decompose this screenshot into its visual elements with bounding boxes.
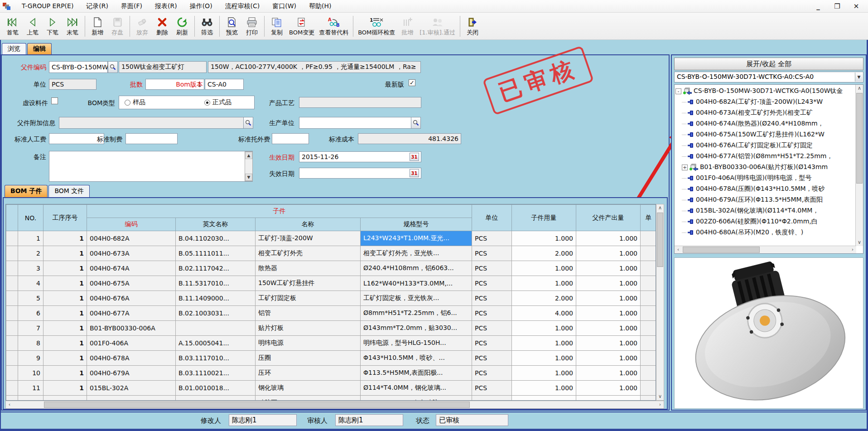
- bom-tab-0[interactable]: BOM 子件: [5, 185, 48, 198]
- cell-name[interactable]: 压圈: [256, 351, 361, 366]
- cell-out[interactable]: 1.000: [576, 321, 641, 336]
- col-spec[interactable]: 规格型号: [361, 218, 472, 231]
- cell-en-name[interactable]: B.02.1117042...: [176, 261, 256, 276]
- row-selector[interactable]: [6, 291, 18, 306]
- menu-item-1[interactable]: 记录(R): [80, 0, 115, 12]
- cell-out[interactable]: 1.000: [576, 381, 641, 396]
- cell-en-name[interactable]: B.12.0540000...: [176, 396, 256, 401]
- cell-no[interactable]: 9: [18, 351, 43, 366]
- tree-item[interactable]: ┈┈ 004H0-678A(压圈)(Φ143*H10.5MM，喷砂: [675, 184, 849, 194]
- minimize-button[interactable]: _: [814, 2, 823, 10]
- cell-spec[interactable]: Ø8mm*H51*T2.25mm，铝6...: [361, 306, 472, 321]
- cell-extra[interactable]: [641, 276, 656, 291]
- prod-unit-input[interactable]: [299, 117, 411, 129]
- col-unit[interactable]: 单位: [472, 205, 512, 231]
- cell-out[interactable]: 1.000: [576, 396, 641, 401]
- cell-code[interactable]: 015BL-302A: [87, 381, 176, 396]
- toolbar-button-close[interactable]: 关闭: [463, 14, 482, 39]
- cell-extra[interactable]: [641, 306, 656, 321]
- exp-date-calendar-button[interactable]: 31: [410, 169, 419, 177]
- toolbar-button-bom-loop[interactable]: 1 BOM循环检查: [356, 14, 397, 39]
- row-selector[interactable]: [6, 351, 18, 366]
- grid-horizontal-scrollbar[interactable]: ‹ ›: [5, 401, 664, 409]
- cell-spec[interactable]: Φ110*Φ2.0mm,白色硅胶...: [361, 396, 472, 401]
- cell-no[interactable]: 8: [18, 336, 43, 351]
- cell-extra[interactable]: [641, 336, 656, 351]
- remark-scrollbar[interactable]: ▲ ▼: [245, 151, 253, 181]
- cell-seq[interactable]: 1: [43, 261, 87, 276]
- row-selector[interactable]: [6, 396, 18, 401]
- eff-date-calendar-button[interactable]: 31: [410, 153, 419, 161]
- cell-extra[interactable]: [641, 396, 656, 401]
- cell-unit[interactable]: PCS: [472, 246, 512, 261]
- restore-button[interactable]: ❐: [833, 2, 842, 10]
- toolbar-button-bom-change[interactable]: BOM变更: [287, 14, 317, 39]
- cell-no[interactable]: 5: [18, 291, 43, 306]
- col-extra[interactable]: 单: [641, 205, 656, 231]
- cell-qty[interactable]: 1.000: [512, 261, 576, 276]
- grid-vscroll-thumb[interactable]: [657, 213, 663, 267]
- col-name[interactable]: 名称: [256, 218, 361, 231]
- bom-version-input[interactable]: CS-A0: [205, 79, 244, 90]
- col-qty[interactable]: 子件用量: [512, 205, 576, 231]
- cell-name[interactable]: 相变工矿灯外壳: [256, 246, 361, 261]
- cell-spec[interactable]: Ø114*T4.0MM，钢化玻璃...: [361, 381, 472, 396]
- grid-hscroll-thumb[interactable]: [44, 402, 470, 408]
- cell-out[interactable]: 1.000: [576, 351, 641, 366]
- cell-no[interactable]: 6: [18, 306, 43, 321]
- dropdown-arrow-icon[interactable]: ▼: [855, 73, 863, 82]
- latest-version-checkbox[interactable]: ✓: [409, 79, 415, 86]
- tree-item[interactable]: ┈┈ 002Z0-606A(硅胶圈)(Φ110*Φ2.0mm,白: [675, 216, 849, 227]
- tree-scroll-up-icon[interactable]: ∧: [856, 85, 863, 92]
- cell-unit[interactable]: PCS: [472, 261, 512, 276]
- parent-code-input[interactable]: CS-BYB-O-150MW-3: [49, 61, 108, 73]
- cell-qty[interactable]: 1.000: [512, 336, 576, 351]
- toolbar-button-nav-next[interactable]: 下笔: [43, 14, 63, 39]
- cell-qty[interactable]: 1.000: [512, 276, 576, 291]
- cell-name[interactable]: 贴片灯板: [256, 321, 361, 336]
- cell-code[interactable]: B01-BYB00330-006A: [87, 321, 176, 336]
- grid-scroll-down-icon[interactable]: ∨: [656, 393, 664, 400]
- cell-seq[interactable]: 1: [43, 366, 87, 381]
- parent-code-lookup-button[interactable]: [108, 61, 118, 73]
- tree-item[interactable]: ┈┈ 004H0-674A(散热器)(Ø240.4*H108mm，: [675, 118, 849, 129]
- col-seq[interactable]: 工序序号: [43, 205, 87, 231]
- row-selector[interactable]: [6, 276, 18, 291]
- cell-unit[interactable]: PCS: [472, 321, 512, 336]
- tree-item[interactable]: ┈┈ 004H0-682A(工矿灯-顶盖-200W)(L243*W: [675, 97, 849, 107]
- cell-code[interactable]: 004H0-679A: [87, 366, 176, 381]
- cell-qty[interactable]: 1.000: [512, 231, 576, 246]
- cell-extra[interactable]: [641, 366, 656, 381]
- cell-name[interactable]: 明纬电源: [256, 336, 361, 351]
- cell-seq[interactable]: 1: [43, 231, 87, 246]
- cell-en-name[interactable]: B.01.0010018...: [176, 381, 256, 396]
- cell-qty[interactable]: 2.000: [512, 246, 576, 261]
- cell-no[interactable]: 3: [18, 261, 43, 276]
- tree-scroll-left-icon[interactable]: ‹: [675, 246, 682, 253]
- menu-item-5[interactable]: 流程审核(C): [219, 0, 266, 12]
- cell-no[interactable]: 10: [18, 366, 43, 381]
- bom-selector-dropdown[interactable]: CS-BYB-O-150MW-30D71-WCTKG-A0:CS-A0 ▼: [674, 72, 863, 82]
- col-en-name[interactable]: 英文名称: [176, 218, 256, 231]
- cell-spec[interactable]: Φ113.5*H5MM,表面阳极...: [361, 366, 472, 381]
- cell-out[interactable]: 1.000: [576, 366, 641, 381]
- col-code[interactable]: 编码: [87, 218, 176, 231]
- cell-en-name[interactable]: B.02.1003031...: [176, 306, 256, 321]
- cell-qty[interactable]: 1.000: [512, 381, 576, 396]
- tree-vertical-scrollbar[interactable]: ∧ ∨: [855, 85, 863, 246]
- cell-code[interactable]: 004H0-682A: [87, 231, 176, 246]
- cell-seq[interactable]: 1: [43, 306, 87, 321]
- cell-en-name[interactable]: B.05.1111011...: [176, 246, 256, 261]
- menu-item-7[interactable]: 帮助(H): [303, 0, 338, 12]
- cell-spec[interactable]: 相变工矿灯外壳，亚光铁...: [361, 246, 472, 261]
- std-mfg-input[interactable]: [125, 133, 178, 144]
- tree-item[interactable]: ┈┈ 004H0-679A(压环)(Φ113.5*H5MM,表面阳: [675, 194, 849, 205]
- cell-extra[interactable]: [641, 231, 656, 246]
- cell-name[interactable]: 铝管: [256, 306, 361, 321]
- cell-no[interactable]: 2: [18, 246, 43, 261]
- cell-code[interactable]: 001F0-406A: [87, 336, 176, 351]
- toolbar-button-filter[interactable]: 筛选: [197, 14, 217, 39]
- cell-qty[interactable]: 4.000: [512, 306, 576, 321]
- view-tab-0[interactable]: 浏览: [2, 43, 26, 55]
- cell-unit[interactable]: PCS: [472, 291, 512, 306]
